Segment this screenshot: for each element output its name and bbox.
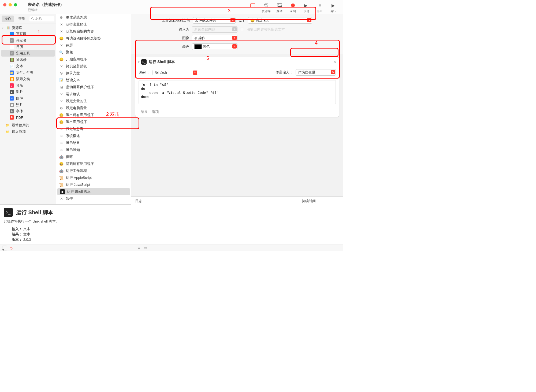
fullscreen-window-button[interactable] (14, 3, 17, 6)
action-item-26[interactable]: ✕暂停 (56, 195, 131, 202)
action-icon: 📝 (59, 78, 64, 83)
sidebar-item-4[interactable]: 📗通讯录 (1, 57, 55, 63)
sidebar-item-9[interactable]: ►影片 (1, 89, 55, 95)
action-item-16[interactable]: ✕我做给您看 (56, 125, 131, 132)
sidebar-item-6[interactable]: 📁文件…件夹 (1, 69, 55, 76)
stop-button[interactable]: ■ 停止 (313, 3, 326, 13)
pass-input-select[interactable]: 作为自变量 ⇅ (296, 69, 336, 76)
action-label: 我做给您看 (66, 127, 83, 131)
record-button[interactable]: 录制 (286, 3, 300, 13)
category-icon: 📗 (10, 58, 14, 62)
left-tabs: 操作 变量 (0, 14, 56, 24)
action-icon: ✕ (59, 140, 64, 145)
located-select[interactable]: 😀 访达.app ⇅ (248, 17, 312, 24)
category-icon: A (10, 109, 14, 113)
close-window-button[interactable] (3, 3, 6, 6)
action-item-21[interactable]: 😀隐藏所有应用程序 (56, 160, 131, 167)
list-view-icon[interactable]: ≡ (138, 246, 140, 250)
run-button[interactable]: ▶ 运行 (326, 3, 340, 13)
results-tab[interactable]: 结果 (141, 109, 148, 114)
sidebar-item-8[interactable]: ♪音乐 (1, 82, 55, 89)
flow-view-icon[interactable]: ▭ (144, 246, 147, 250)
action-item-6[interactable]: 😀开启应用程序 (56, 56, 131, 63)
action-item-10[interactable]: 🖥启动屏幕保护程序 (56, 84, 131, 91)
sidebar-item-5[interactable]: 📄文本 (1, 63, 55, 69)
action-item-12[interactable]: ✕设定变量的值 (56, 98, 131, 105)
action-icon: ✕ (59, 127, 64, 131)
svg-rect-0 (251, 4, 255, 7)
color-swatch (194, 44, 202, 49)
action-icon: 📜 (59, 182, 64, 187)
action-icon: ⚙ (59, 106, 64, 110)
chevron-icon: ⇅ (193, 71, 197, 75)
action-item-14[interactable]: 😀退出所有应用程序 (56, 112, 131, 119)
title-group: 未命名（快速操作） 已编辑 (28, 2, 64, 12)
close-icon[interactable]: ✕ (333, 60, 336, 64)
action-item-25[interactable]: ■运行 Shell 脚本 (57, 188, 130, 195)
action-item-22[interactable]: 🤖运行工作流程 (56, 167, 131, 174)
action-item-24[interactable]: 📜运行 JavaScript (56, 181, 131, 188)
shell-select[interactable]: /bin/zsh ⇅ (152, 70, 198, 75)
library-button[interactable]: 资源库 (259, 3, 273, 13)
library-icon (263, 3, 269, 8)
duration-header: 持续时间 (302, 199, 339, 242)
action-label: 系统概述 (66, 134, 80, 138)
action-item-4[interactable]: ✕截屏 (56, 42, 131, 49)
action-item-18[interactable]: ✕显示结果 (56, 139, 131, 146)
action-item-20[interactable]: 🤖循环 (56, 153, 131, 160)
sidebar-item-11[interactable]: ✿照片 (1, 102, 55, 108)
options-tab[interactable]: 选项 (152, 109, 159, 114)
toolbar-right: 资源库 媒体 录制 ▶| 步进 ■ 停止 ▶ 运行 (246, 2, 340, 13)
action-item-8[interactable]: ☢刻录光盘 (56, 70, 131, 77)
tree-root-library[interactable]: ▾ 资源库 (0, 25, 56, 31)
bookmark-icon[interactable]: ◇ (10, 246, 13, 250)
sidebar-item-12[interactable]: A字体 (1, 108, 55, 114)
action-icon: 😀 (59, 161, 64, 166)
sidebar-item-10[interactable]: ✉邮件 (1, 95, 55, 102)
image-select[interactable]: ⊝ 操作 ⇅ (192, 35, 237, 41)
media-button[interactable]: 媒体 (273, 3, 286, 13)
chevron-icon: ⇅ (307, 18, 311, 22)
sidebar-item-7[interactable]: ▦演示文稿 (1, 76, 55, 82)
tab-variables[interactable]: 变量 (16, 16, 28, 22)
sidebar-item-label: 日历 (16, 45, 23, 49)
action-label: 启动屏幕保护程序 (66, 85, 94, 90)
step-button[interactable]: ▶| 步进 (300, 3, 313, 13)
sidebar-section-0[interactable]: 📁最常使用的 (0, 122, 56, 128)
shell-script-textarea[interactable] (139, 80, 336, 104)
play-icon: ▶ (330, 3, 336, 8)
minimize-window-button[interactable] (9, 3, 12, 6)
action-item-2[interactable]: ✕获取剪贴板的内容 (56, 28, 131, 35)
sidebar-item-0[interactable]: 🌐互联网 (1, 31, 55, 37)
action-item-15[interactable]: 😀退出应用程序 (56, 119, 131, 125)
shell-head[interactable]: ▾ >_ 运行 Shell 脚本 ✕ (135, 57, 339, 67)
toggle-sidebar-button[interactable] (246, 3, 259, 12)
color-select[interactable]: 黑色 ⇅ (192, 43, 237, 50)
action-item-0[interactable]: ⚙更改系统外观 (56, 14, 131, 21)
action-label: 运行 AppleScript (66, 175, 92, 180)
sidebar-item-label: 照片 (16, 102, 23, 107)
window-title: 未命名（快速操作） (28, 2, 64, 7)
action-item-23[interactable]: 📜运行 AppleScript (56, 174, 131, 181)
record-icon (290, 3, 296, 8)
action-label: 退出应用程序 (66, 120, 87, 124)
action-item-19[interactable]: ✕显示通知 (56, 146, 131, 153)
sidebar-section-1[interactable]: 📁最近添加 (0, 128, 56, 135)
more-button[interactable]: ⋯▾ (2, 246, 7, 250)
action-item-7[interactable]: ✕拷贝至剪贴板 (56, 63, 131, 70)
action-item-13[interactable]: ⚙设定电脑音量 (56, 105, 131, 112)
sidebar-item-1[interactable]: ✕开发者 (1, 37, 55, 44)
action-item-11[interactable]: ✕请求确认 (56, 91, 131, 98)
action-item-3[interactable]: 😀将访达项目移到废纸篓 (56, 35, 131, 42)
tab-actions[interactable]: 操作 (2, 16, 14, 22)
action-item-1[interactable]: ✕获得变量的值 (56, 21, 131, 28)
receives-select[interactable]: 文件或文件夹 ⇅ (193, 17, 236, 24)
shell-action-card: ▾ >_ 运行 Shell 脚本 ✕ Shell： /bin/zsh ⇅ 传递输… (135, 57, 339, 117)
sidebar-item-3[interactable]: ✕实用工具 (1, 50, 55, 57)
action-item-9[interactable]: 📝朗读文本 (56, 77, 131, 84)
action-item-5[interactable]: 🔍聚焦 (56, 49, 131, 56)
sidebar-item-2[interactable]: 17日历 (1, 44, 55, 50)
sidebar-item-13[interactable]: PPDF (1, 114, 55, 120)
action-item-17[interactable]: ✕系统概述 (56, 132, 131, 139)
action-icon: 🤖 (59, 154, 64, 159)
